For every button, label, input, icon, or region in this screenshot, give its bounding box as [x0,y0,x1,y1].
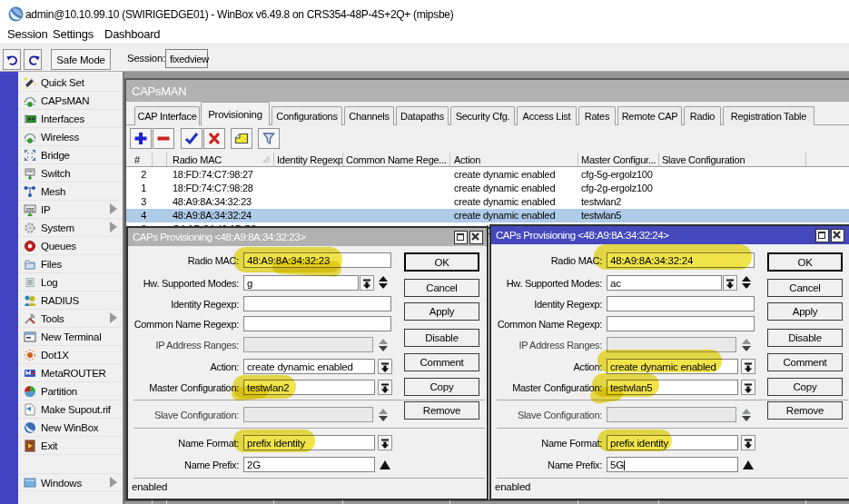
svg-text:255: 255 [25,207,35,212]
